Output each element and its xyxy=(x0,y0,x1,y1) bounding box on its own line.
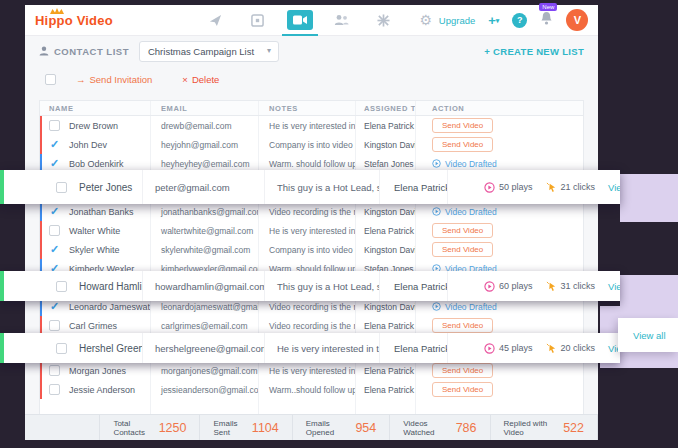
column-header-email: EMAIL xyxy=(151,101,259,115)
top-header: Hippo Video ⚙ Upgrade +▾ xyxy=(25,5,598,36)
video-library-icon[interactable] xyxy=(287,10,313,30)
assigned-to: Kingston David xyxy=(364,302,416,312)
contact-notes: Video recording is the mai... xyxy=(269,207,356,217)
assigned-to: Stefan Jones xyxy=(364,159,414,169)
contact-name: Peter Jones xyxy=(79,182,132,193)
row-checkbox[interactable] xyxy=(49,244,60,255)
row-checkbox[interactable] xyxy=(49,158,60,169)
assigned-to: Elena Patrick xyxy=(364,366,414,376)
table-row: Walter White waltertwhite@gmail.com He i… xyxy=(40,221,583,240)
integrations-icon[interactable] xyxy=(371,10,397,30)
notifications-bell-icon[interactable]: New xyxy=(540,11,553,29)
row-checkbox[interactable] xyxy=(56,281,67,292)
assigned-to: Elena Patrick xyxy=(364,121,414,131)
send-invitation-button[interactable]: →Send Invitation xyxy=(76,74,152,85)
assigned-to: Elena Patrick xyxy=(394,343,448,354)
delete-button[interactable]: ×Delete xyxy=(182,74,219,85)
hippo-video-logo[interactable]: Hippo Video xyxy=(35,13,113,28)
settings-gear-icon[interactable]: ⚙ xyxy=(413,10,439,30)
contact-email: leonardojameswatt@gmail.com xyxy=(161,302,259,312)
contact-name: Jessie Anderson xyxy=(69,385,135,395)
row-checkbox[interactable] xyxy=(56,182,67,193)
row-checkbox[interactable] xyxy=(56,343,67,354)
contacts-icon[interactable] xyxy=(329,10,355,30)
highlighted-row-peter-jones: Peter Jones peter@gmail.com This guy is … xyxy=(0,170,620,204)
assigned-to: Kingston David xyxy=(364,245,416,255)
video-drafted-status[interactable]: Video Drafted xyxy=(432,302,497,312)
table-row: Skyler White skylerwhite@gmail.com Compa… xyxy=(40,240,583,259)
contact-name: Drew Brown xyxy=(69,121,118,131)
contact-list-bar: CONTACT LIST Christmas Campaign List ▾ +… xyxy=(25,36,598,66)
assigned-to: Elena Patrick xyxy=(364,226,414,236)
main-nav: ⚙ xyxy=(203,10,439,30)
column-header-action: ACTION xyxy=(416,101,583,115)
send-campaign-icon[interactable] xyxy=(203,10,229,30)
help-button[interactable]: ? xyxy=(512,13,527,28)
send-video-button[interactable]: Send Video xyxy=(432,223,493,238)
row-checkbox[interactable] xyxy=(49,365,60,376)
contact-name: Jonathan Banks xyxy=(69,207,134,217)
assigned-to: Elena Patrick xyxy=(394,182,448,193)
send-video-button[interactable]: Send Video xyxy=(432,137,493,152)
select-all-checkbox[interactable] xyxy=(45,74,56,85)
contact-name: Morgan Jones xyxy=(69,366,126,376)
row-checkbox[interactable] xyxy=(49,225,60,236)
list-select-dropdown[interactable]: Christmas Campaign List ▾ xyxy=(139,41,279,62)
contact-name: Leonardo Jameswatt xyxy=(69,302,151,312)
row-checkbox[interactable] xyxy=(49,120,60,131)
plays-stat: 50 plays xyxy=(484,182,533,193)
click-pointer-icon xyxy=(546,343,557,354)
lavender-block xyxy=(620,174,678,222)
table-empty-space xyxy=(40,399,583,415)
avatar[interactable]: V xyxy=(566,9,588,31)
contact-name: Bob Odenkirk xyxy=(69,159,124,169)
assigned-to: Elena Patrick xyxy=(394,281,448,292)
contact-name: John Dev xyxy=(69,140,107,150)
column-header-notes: NOTES xyxy=(259,101,356,115)
contact-list-label: CONTACT LIST xyxy=(39,46,129,57)
view-all-link[interactable]: View all xyxy=(633,330,666,341)
person-icon xyxy=(39,46,49,56)
contact-name: Skyler White xyxy=(69,245,120,255)
contact-email: morganjones@gmail.com xyxy=(161,366,258,376)
video-drafted-status[interactable]: Video Drafted xyxy=(432,207,497,217)
row-checkbox[interactable] xyxy=(49,301,60,312)
contact-email: waltertwhite@gmail.com xyxy=(161,226,253,236)
record-screen-icon[interactable] xyxy=(245,10,271,30)
send-video-button[interactable]: Send Video xyxy=(432,363,493,378)
contact-email: carlgrimes@email.com xyxy=(161,321,248,331)
contact-email: peter@gmail.com xyxy=(155,182,230,193)
send-video-button[interactable]: Send Video xyxy=(432,242,493,257)
upgrade-link[interactable]: Upgrade xyxy=(439,15,475,26)
contact-notes: He is very interested in the prod... xyxy=(269,366,356,376)
header-right: Upgrade +▾ ? New V xyxy=(439,9,589,31)
contact-email: drewb@email.com xyxy=(161,121,232,131)
contact-email: jonathanbanks@gmail.com xyxy=(161,207,259,217)
play-circle-icon xyxy=(484,281,495,292)
stat-total-contacts: Total Contacts1250 xyxy=(100,415,200,440)
footer-spacer xyxy=(25,415,100,440)
row-checkbox[interactable] xyxy=(49,206,60,217)
plays-stat: 45 plays xyxy=(484,343,533,354)
view-all-link[interactable]: View all xyxy=(608,182,620,193)
contact-notes: Company is into video produ... xyxy=(269,140,356,150)
table-row: Jessie Anderson jessieanderson@gmail.com… xyxy=(40,380,583,399)
create-new-list-button[interactable]: + CREATE NEW LIST xyxy=(484,46,584,57)
row-checkbox[interactable] xyxy=(49,384,60,395)
row-checkbox[interactable] xyxy=(49,320,60,331)
send-video-button[interactable]: Send Video xyxy=(432,318,493,333)
app-window: Hippo Video ⚙ Upgrade +▾ xyxy=(25,5,598,440)
close-icon: × xyxy=(182,74,188,85)
contacts-table: NAME EMAIL NOTES ASSIGNED TO ACTION Drew… xyxy=(39,100,584,416)
video-drafted-status[interactable]: Video Drafted xyxy=(432,159,497,169)
send-video-button[interactable]: Send Video xyxy=(432,118,493,133)
stats-footer: Total Contacts1250 Emails Sent1104 Email… xyxy=(25,414,598,440)
send-video-button[interactable]: Send Video xyxy=(432,382,493,397)
contact-email: jessieanderson@gmail.com xyxy=(161,385,259,395)
contact-email: skylerwhite@gmail.com xyxy=(161,245,250,255)
quick-create-button[interactable]: +▾ xyxy=(488,13,499,28)
contact-name: Hershel Greene xyxy=(79,343,143,354)
view-all-link[interactable]: View all xyxy=(608,281,620,292)
row-checkbox[interactable] xyxy=(49,139,60,150)
table-row: Jonathan Banks jonathanbanks@gmail.com V… xyxy=(40,202,583,221)
